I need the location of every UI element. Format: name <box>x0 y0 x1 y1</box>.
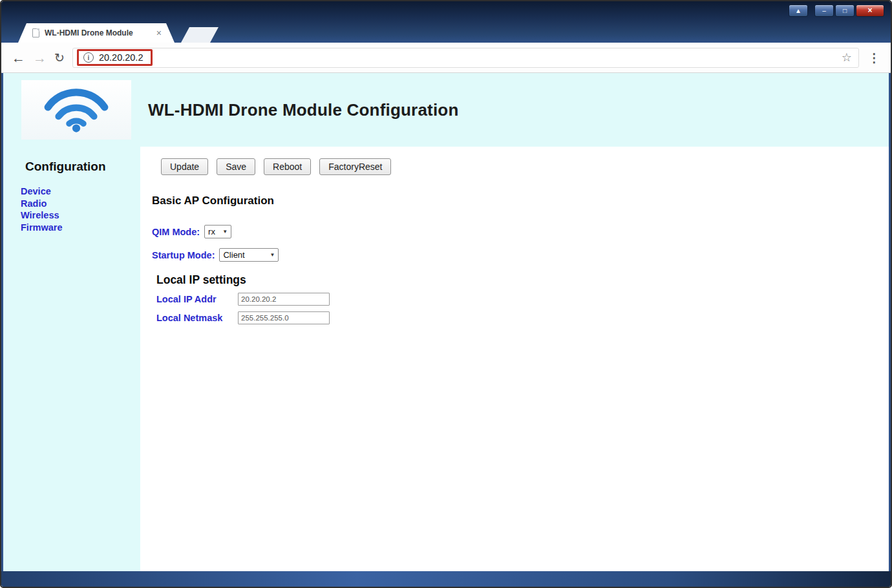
page-body: Configuration Device Radio Wireless Firm… <box>3 147 889 571</box>
sidebar-link-radio[interactable]: Radio <box>21 198 140 210</box>
chevron-down-icon: ▼ <box>222 229 228 235</box>
window-controls: ▲ – □ × <box>789 5 884 17</box>
web-page: WL-HDMI Drone Module Configuration Confi… <box>1 73 891 571</box>
window-bottom-frame <box>1 571 891 587</box>
pin-button[interactable]: ▲ <box>789 5 808 17</box>
qim-mode-value: rx <box>208 227 215 236</box>
local-netmask-input[interactable] <box>238 311 330 324</box>
qim-mode-select[interactable]: rx ▼ <box>204 225 231 238</box>
sidebar-link-firmware[interactable]: Firmware <box>21 222 140 234</box>
factory-reset-button[interactable]: FactoryReset <box>319 158 391 175</box>
local-netmask-label: Local Netmask <box>156 313 238 323</box>
reload-button[interactable]: ↻ <box>54 52 65 64</box>
basic-ap-heading: Basic AP Configuration <box>152 194 889 207</box>
page-icon <box>32 28 39 37</box>
up-arrow-icon: ▲ <box>795 5 802 16</box>
browser-tab[interactable]: WL-HDMI Drone Module × <box>18 23 175 43</box>
local-ip-heading: Local IP settings <box>156 273 889 287</box>
browser-window: ▲ – □ × WL-HDMI Drone Module × ← → <box>0 0 892 588</box>
back-button[interactable]: ← <box>12 51 25 65</box>
local-ip-row: Local IP Addr <box>156 293 889 306</box>
close-icon: × <box>867 5 872 16</box>
startup-mode-value: Client <box>223 250 244 260</box>
window-button-group: – □ × <box>814 5 884 17</box>
info-icon[interactable]: i <box>83 52 94 63</box>
local-netmask-row: Local Netmask <box>156 311 889 324</box>
minimize-icon: – <box>822 5 826 16</box>
page-header: WL-HDMI Drone Module Configuration <box>3 73 889 147</box>
sidebar-link-device[interactable]: Device <box>21 185 140 198</box>
reboot-button[interactable]: Reboot <box>264 158 311 175</box>
minimize-button[interactable]: – <box>814 5 834 17</box>
save-button[interactable]: Save <box>217 158 255 175</box>
new-tab-button[interactable] <box>181 27 218 43</box>
sidebar-heading: Configuration <box>25 160 140 174</box>
title-bar: ▲ – □ × WL-HDMI Drone Module × <box>1 1 891 43</box>
local-ip-input[interactable] <box>238 293 330 306</box>
tab-close-icon[interactable]: × <box>156 28 162 38</box>
page-title: WL-HDMI Drone Module Configuration <box>148 100 459 120</box>
startup-mode-select[interactable]: Client ▼ <box>219 248 279 262</box>
maximize-icon: □ <box>843 5 847 16</box>
startup-mode-row: Startup Mode: Client ▼ <box>152 248 889 262</box>
sidebar-link-wireless[interactable]: Wireless <box>21 209 140 222</box>
sidebar: Configuration Device Radio Wireless Firm… <box>3 147 140 571</box>
close-button[interactable]: × <box>856 5 884 17</box>
tab-title: WL-HDMI Drone Module <box>45 28 149 37</box>
browser-menu-icon[interactable]: ⋮ <box>867 50 882 65</box>
update-button[interactable]: Update <box>161 158 208 175</box>
address-bar[interactable]: i 20.20.20.2 ☆ <box>72 48 859 68</box>
logo-box <box>21 80 131 140</box>
local-ip-label: Local IP Addr <box>156 294 238 304</box>
wifi-icon <box>40 85 112 135</box>
url-text: 20.20.20.2 <box>99 52 143 63</box>
qim-mode-row: QIM Mode: rx ▼ <box>152 225 889 238</box>
bookmark-star-icon[interactable]: ☆ <box>842 50 852 65</box>
url-annotation-box: i 20.20.20.2 <box>77 49 153 66</box>
actions-row: Update Save Reboot FactoryReset <box>161 158 889 175</box>
startup-mode-label: Startup Mode: <box>152 250 215 260</box>
forward-button[interactable]: → <box>33 51 47 65</box>
chevron-down-icon: ▼ <box>270 252 275 258</box>
maximize-button[interactable]: □ <box>835 5 855 17</box>
main-content: Update Save Reboot FactoryReset Basic AP… <box>140 147 889 571</box>
qim-mode-label: QIM Mode: <box>152 227 200 237</box>
browser-toolbar: ← → ↻ i 20.20.20.2 ☆ ⋮ <box>1 43 891 73</box>
